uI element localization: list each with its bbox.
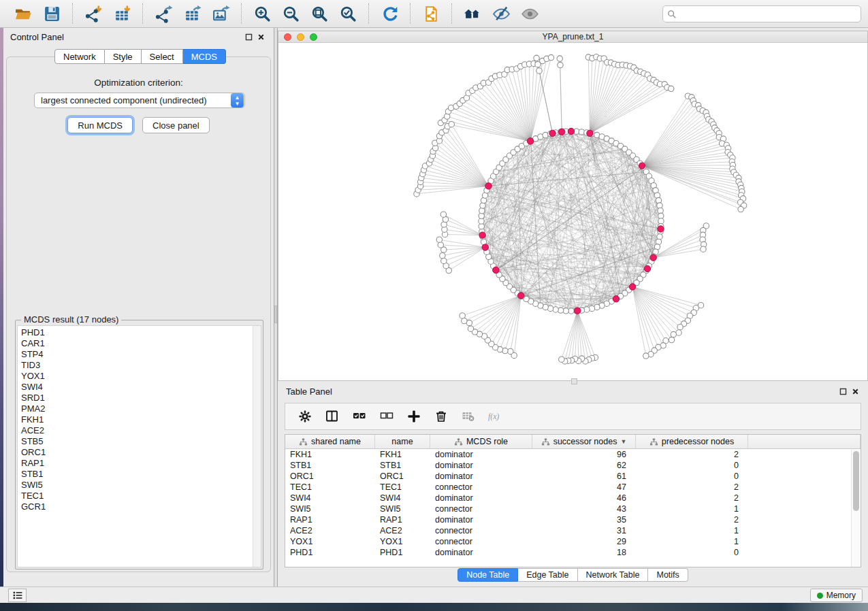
gear-button[interactable] bbox=[298, 409, 312, 424]
network-leaf-node[interactable] bbox=[441, 258, 447, 263]
tab-motifs[interactable]: Motifs bbox=[648, 568, 688, 582]
network-leaf-node[interactable] bbox=[558, 62, 563, 67]
table-row[interactable]: FKH1FKH1dominator962 bbox=[285, 449, 861, 460]
network-leaf-node[interactable] bbox=[676, 330, 681, 335]
mcds-hub-node[interactable] bbox=[479, 232, 485, 238]
network-leaf-node[interactable] bbox=[449, 121, 454, 127]
result-node-item[interactable]: ACE2 bbox=[18, 425, 261, 436]
network-leaf-node[interactable] bbox=[440, 252, 445, 258]
import-network-button[interactable] bbox=[81, 2, 106, 25]
tab-style[interactable]: Style bbox=[105, 49, 142, 64]
network-leaf-node[interactable] bbox=[557, 56, 562, 61]
close-panel-icon[interactable] bbox=[255, 31, 267, 43]
result-node-item[interactable]: GCR1 bbox=[18, 501, 261, 512]
network-leaf-node[interactable] bbox=[468, 326, 473, 331]
table-row[interactable]: TEC1TEC1connector472 bbox=[285, 482, 861, 493]
memory-button[interactable]: Memory bbox=[810, 589, 863, 602]
network-leaf-node[interactable] bbox=[669, 337, 674, 342]
mcds-hub-node[interactable] bbox=[658, 226, 664, 232]
column-header-shared-name[interactable]: shared name bbox=[285, 435, 375, 448]
mcds-hub-node[interactable] bbox=[644, 265, 650, 271]
mcds-hub-node[interactable] bbox=[575, 308, 581, 314]
tab-network-table[interactable]: Network Table bbox=[578, 568, 649, 582]
float-table-panel-icon[interactable] bbox=[837, 385, 849, 397]
result-node-item[interactable]: STB5 bbox=[18, 436, 261, 447]
close-table-panel-icon[interactable] bbox=[849, 385, 861, 397]
tab-network[interactable]: Network bbox=[54, 49, 105, 64]
result-node-item[interactable]: YOX1 bbox=[18, 371, 261, 382]
show-all-button[interactable] bbox=[517, 2, 542, 25]
result-node-item[interactable]: STP4 bbox=[18, 349, 261, 360]
network-window-titlebar[interactable]: YPA_prune.txt_1 bbox=[278, 31, 867, 43]
save-session-button[interactable] bbox=[39, 2, 64, 25]
export-table-button[interactable] bbox=[180, 2, 204, 25]
zoom-fit-button[interactable] bbox=[307, 2, 332, 25]
column-header-predecessor-nodes[interactable]: predecessor nodes bbox=[636, 435, 748, 448]
network-node[interactable] bbox=[479, 213, 484, 218]
network-leaf-node[interactable] bbox=[436, 237, 442, 242]
result-node-item[interactable]: SWI4 bbox=[18, 382, 261, 393]
network-leaf-node[interactable] bbox=[440, 212, 446, 217]
maximize-window-icon[interactable] bbox=[310, 33, 317, 41]
run-mcds-button[interactable]: Run MCDS bbox=[67, 117, 133, 133]
mcds-hub-node[interactable] bbox=[549, 130, 556, 136]
mcds-hub-node[interactable] bbox=[493, 267, 499, 273]
table-row[interactable]: SWI4SWI4dominator462 bbox=[285, 493, 861, 503]
network-node[interactable] bbox=[584, 307, 590, 312]
network-node[interactable] bbox=[589, 306, 594, 311]
table-scrollbar-thumb[interactable] bbox=[853, 451, 859, 511]
table-row[interactable]: YOX1YOX1connector291 bbox=[285, 536, 861, 547]
table-row[interactable]: STB1STB1dominator620 bbox=[285, 460, 861, 471]
result-node-item[interactable]: PHD1 bbox=[18, 327, 261, 338]
tab-node-table[interactable]: Node Table bbox=[457, 568, 518, 582]
network-node[interactable] bbox=[657, 203, 662, 208]
open-session-button[interactable] bbox=[11, 2, 35, 25]
network-node[interactable] bbox=[479, 208, 485, 213]
result-node-item[interactable]: FKH1 bbox=[18, 414, 261, 425]
table-row[interactable]: SWI5SWI5connector431 bbox=[285, 503, 861, 514]
splitter-grip[interactable] bbox=[274, 306, 277, 323]
horizontal-splitter-grip[interactable] bbox=[571, 378, 577, 384]
network-node[interactable] bbox=[563, 308, 568, 314]
result-node-item[interactable]: CAR1 bbox=[18, 338, 261, 349]
network-leaf-node[interactable] bbox=[671, 331, 676, 337]
result-node-item[interactable]: SWI5 bbox=[18, 480, 261, 491]
result-node-item[interactable]: TID3 bbox=[18, 360, 261, 371]
export-image-button[interactable] bbox=[208, 2, 233, 25]
import-table-button[interactable] bbox=[110, 2, 134, 25]
network-node[interactable] bbox=[481, 239, 486, 244]
tab-edge-table[interactable]: Edge Table bbox=[518, 568, 577, 582]
mcds-hub-node[interactable] bbox=[613, 296, 619, 302]
mcds-hub-node[interactable] bbox=[568, 128, 574, 134]
network-node[interactable] bbox=[658, 208, 663, 213]
close-panel-button[interactable]: Close panel bbox=[142, 117, 210, 133]
result-scrollbar[interactable] bbox=[253, 326, 261, 567]
result-node-item[interactable]: PMA2 bbox=[18, 403, 261, 414]
network-node[interactable] bbox=[480, 203, 485, 208]
zoom-selected-button[interactable] bbox=[336, 2, 360, 25]
add-button[interactable] bbox=[406, 409, 421, 424]
table-row[interactable]: ACE2ACE2connector311 bbox=[285, 525, 861, 536]
table-row[interactable]: PHD1PHD1dominator180 bbox=[285, 547, 861, 558]
export-network-button[interactable] bbox=[151, 2, 176, 25]
mcds-result-list[interactable]: PHD1CAR1STP4TID3YOX1SWI4SRD1PMA2FKH1ACE2… bbox=[17, 325, 261, 567]
network-node[interactable] bbox=[656, 197, 661, 203]
select-all-button[interactable] bbox=[352, 409, 367, 424]
network-leaf-node[interactable] bbox=[438, 242, 443, 248]
mcds-hub-node[interactable] bbox=[527, 138, 533, 144]
table-scrollbar[interactable] bbox=[851, 450, 860, 567]
network-leaf-node[interactable] bbox=[536, 68, 542, 73]
mcds-hub-node[interactable] bbox=[485, 183, 492, 189]
minimize-window-icon[interactable] bbox=[297, 33, 304, 41]
result-node-item[interactable]: STB1 bbox=[18, 469, 261, 480]
network-leaf-node[interactable] bbox=[701, 246, 706, 252]
tab-mcds[interactable]: MCDS bbox=[183, 49, 226, 64]
clone-network-button[interactable] bbox=[419, 2, 443, 25]
network-leaf-node[interactable] bbox=[669, 86, 674, 91]
result-node-item[interactable]: TEC1 bbox=[18, 491, 261, 501]
network-leaf-node[interactable] bbox=[643, 353, 649, 359]
hide-selected-button[interactable] bbox=[489, 2, 513, 25]
search-input[interactable] bbox=[679, 9, 856, 19]
columns-button[interactable] bbox=[325, 409, 340, 424]
first-neighbors-button[interactable] bbox=[460, 2, 485, 25]
